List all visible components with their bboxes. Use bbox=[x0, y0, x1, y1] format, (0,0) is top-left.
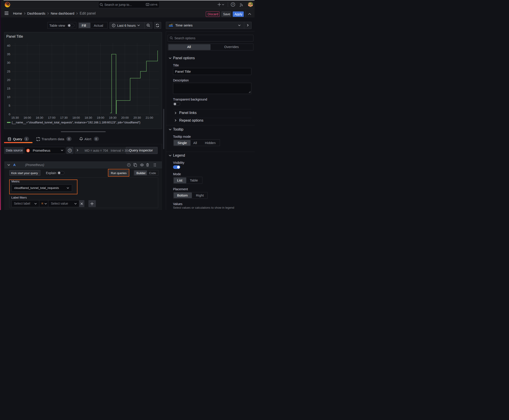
svg-text:16:00: 16:00 bbox=[23, 116, 31, 119]
svg-text:21:00: 21:00 bbox=[145, 116, 153, 119]
svg-text:15:30: 15:30 bbox=[11, 116, 19, 119]
svg-text:5: 5 bbox=[8, 104, 10, 107]
svg-text:?: ? bbox=[69, 149, 70, 152]
svg-text:20:00: 20:00 bbox=[121, 116, 129, 119]
svg-text:?: ? bbox=[232, 3, 234, 6]
svg-text:20:30: 20:30 bbox=[133, 116, 141, 119]
svg-text:?: ? bbox=[128, 164, 129, 166]
svg-text:10: 10 bbox=[7, 95, 10, 99]
svg-text:19:00: 19:00 bbox=[97, 116, 104, 119]
svg-text:35: 35 bbox=[7, 52, 10, 56]
svg-text:0: 0 bbox=[8, 112, 10, 116]
svg-text:15: 15 bbox=[7, 87, 10, 90]
svg-text:17:30: 17:30 bbox=[60, 116, 68, 119]
svg-text:17:00: 17:00 bbox=[48, 116, 55, 119]
svg-text:40: 40 bbox=[7, 44, 10, 47]
svg-text:20: 20 bbox=[7, 78, 10, 82]
svg-text:16:30: 16:30 bbox=[36, 116, 43, 119]
svg-text:18:30: 18:30 bbox=[84, 116, 92, 119]
svg-text:30: 30 bbox=[7, 61, 10, 64]
svg-text:18:00: 18:00 bbox=[72, 116, 80, 119]
svg-text:25: 25 bbox=[7, 69, 10, 73]
svg-text:{__name__="cloudflared_tunnel_: {__name__="cloudflared_tunnel_total_requ… bbox=[12, 121, 140, 124]
svg-text:Panel Title: Panel Title bbox=[6, 35, 23, 38]
svg-text:19:30: 19:30 bbox=[109, 116, 116, 119]
